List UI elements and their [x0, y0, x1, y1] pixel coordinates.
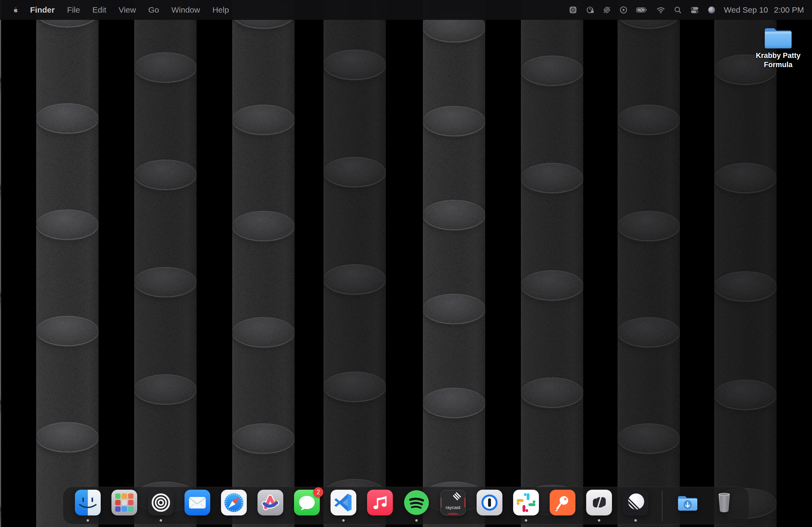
app-menus: FinderFileEditViewGoWindowHelp — [30, 5, 242, 15]
power-lock-icon[interactable] — [585, 6, 595, 14]
apple-menu[interactable] — [12, 6, 18, 14]
menu-help[interactable]: Help — [213, 5, 229, 14]
burst-icon[interactable] — [569, 6, 577, 14]
dock-item-arc[interactable] — [258, 490, 283, 515]
dock-item-messages[interactable]: 2 — [294, 490, 320, 515]
wallpaper-column — [134, 0, 197, 527]
wallpaper — [0, 0, 812, 527]
dock-item-opal[interactable] — [148, 490, 174, 515]
wallpaper-column — [714, 0, 777, 527]
menu-window[interactable]: Window — [171, 5, 200, 14]
dock-item-dia[interactable] — [586, 490, 612, 515]
running-indicator — [87, 519, 89, 522]
menu-bar: FinderFileEditViewGoWindowHelp Wed Sep 1… — [0, 0, 812, 20]
clock-time: 2:00 PM — [774, 5, 804, 15]
blue-folder-icon — [762, 24, 794, 50]
notification-badge: 2 — [313, 487, 323, 497]
dock-item-launchpad[interactable] — [112, 490, 137, 515]
dock-item-linear[interactable] — [623, 490, 649, 515]
menu-finder[interactable]: Finder — [30, 5, 55, 14]
battery-charging-icon[interactable] — [636, 6, 648, 14]
wifi-icon[interactable] — [656, 6, 665, 14]
dock-item-1password[interactable] — [477, 490, 503, 515]
folder-label: Krabby Patty Formula — [755, 51, 801, 69]
dock-item-finder[interactable] — [75, 490, 101, 515]
clock-date: Wed Sep 10 — [724, 5, 768, 15]
menu-edit[interactable]: Edit — [92, 5, 106, 14]
menu-bar-left: FinderFileEditViewGoWindowHelp — [0, 5, 242, 15]
dock-item-mail[interactable] — [185, 490, 210, 515]
status-icons — [569, 6, 716, 14]
dock-item-safari[interactable] — [221, 490, 247, 515]
menu-bar-clock[interactable]: Wed Sep 10 2:00 PM — [724, 5, 804, 15]
dock-item-vscode[interactable] — [331, 490, 356, 515]
dock: 2raycast — [63, 487, 749, 524]
menu-view[interactable]: View — [119, 5, 136, 14]
wallpaper-column — [232, 0, 294, 527]
wallpaper-column — [521, 0, 583, 527]
running-indicator — [635, 519, 637, 522]
wallpaper-column — [618, 0, 680, 527]
dock-item-downloads-folder[interactable] — [675, 490, 700, 515]
dock-item-spotify[interactable] — [404, 490, 429, 515]
siri-icon[interactable] — [707, 6, 716, 14]
dock-divider — [662, 491, 663, 521]
menu-go[interactable]: Go — [148, 5, 159, 14]
running-indicator — [525, 519, 527, 522]
desktop-folder-krabby-patty-formula[interactable]: Krabby Patty Formula — [755, 24, 801, 69]
running-indicator — [160, 519, 162, 522]
wallpaper-column — [0, 0, 1, 527]
svg-text:raycast: raycast — [446, 505, 461, 510]
spotlight-icon[interactable] — [673, 6, 682, 14]
control-center-icon[interactable] — [690, 6, 699, 14]
dock-item-postman[interactable] — [550, 490, 576, 515]
running-indicator — [416, 519, 418, 522]
dock-item-apple-music[interactable] — [367, 490, 393, 515]
running-indicator — [342, 519, 345, 522]
desktop: FinderFileEditViewGoWindowHelp Wed Sep 1… — [0, 0, 812, 527]
running-indicator — [598, 519, 600, 522]
now-playing-icon[interactable] — [619, 6, 628, 14]
menu-bar-status-area: Wed Sep 10 2:00 PM — [569, 5, 812, 15]
wallpaper-column — [423, 0, 485, 527]
dock-item-raycast[interactable]: raycast — [440, 490, 466, 515]
menu-file[interactable]: File — [67, 5, 80, 14]
wallpaper-column — [36, 0, 99, 527]
apple-logo-icon — [12, 6, 18, 14]
dock-item-slack[interactable] — [513, 490, 539, 515]
wallpaper-column — [323, 0, 386, 527]
dock-item-trash[interactable] — [711, 490, 737, 515]
striped-slash-icon[interactable] — [603, 6, 611, 14]
